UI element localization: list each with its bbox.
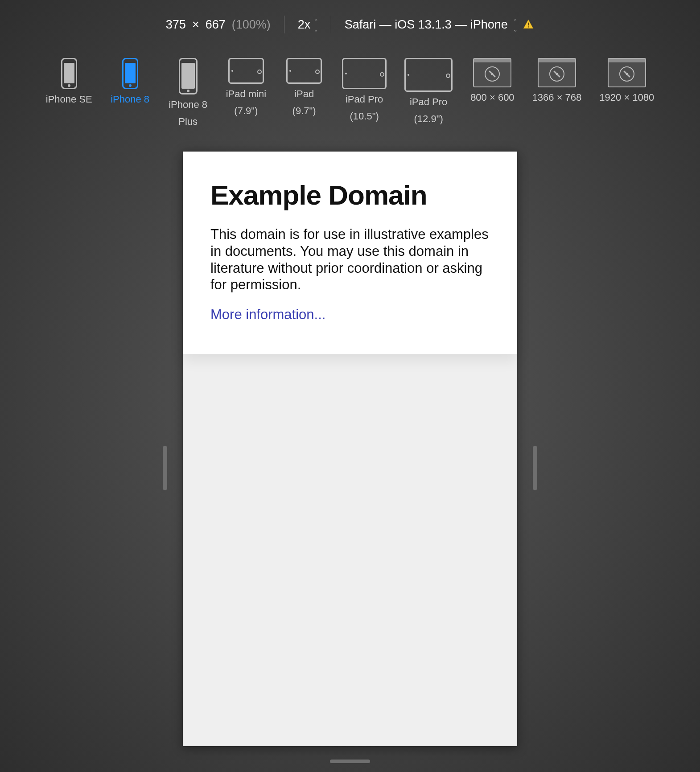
compass-icon [549, 66, 564, 82]
page-heading: Example Domain [210, 179, 490, 211]
user-agent-control[interactable]: Safari — iOS 13.1.3 — iPhone ˆˆ [345, 18, 535, 32]
page-content: Example Domain This domain is for use in… [183, 152, 517, 354]
phone-icon [179, 58, 198, 94]
device-preset[interactable]: iPhone 8Plus [168, 58, 208, 127]
device-picker: iPhone SEiPhone 8iPhone 8PlusiPad mini(7… [0, 58, 700, 127]
device-label: 1920 × 1080 [599, 92, 654, 103]
resize-handle-bottom[interactable] [330, 760, 370, 763]
compass-icon [619, 66, 634, 82]
device-label: iPad mini [226, 88, 266, 100]
browser-icon [538, 58, 576, 87]
svg-rect-1 [528, 26, 529, 27]
user-agent-label: Safari — iOS 13.1.3 — iPhone [345, 18, 508, 32]
device-label: iPhone 8 [111, 94, 149, 105]
device-label-sub: (12.9") [414, 113, 443, 125]
stepper-icon[interactable]: ˆˆ [514, 21, 516, 28]
device-preset[interactable]: 1366 × 768 [532, 58, 582, 103]
phone-icon [61, 58, 77, 89]
responsive-toolbar: 375 × 667 (100%) 2x ˆˆ Safari — iOS 13.1… [0, 0, 700, 49]
tablet-icon [286, 58, 322, 84]
device-preset[interactable]: iPhone SE [46, 58, 92, 105]
page-body: This domain is for use in illustrative e… [210, 226, 490, 293]
viewport-height[interactable]: 667 [206, 18, 226, 32]
tablet-icon [342, 58, 387, 89]
dimensions-control[interactable]: 375 × 667 (100%) [166, 18, 271, 32]
browser-icon [608, 58, 646, 87]
device-label: 800 × 600 [470, 92, 514, 103]
times-symbol: × [192, 18, 199, 32]
stepper-icon[interactable]: ˆˆ [315, 21, 317, 28]
device-label: iPhone SE [46, 94, 92, 105]
pixel-ratio-value: 2x [298, 18, 311, 32]
resize-handle-right[interactable] [533, 446, 537, 490]
compass-icon [485, 66, 500, 82]
separator [331, 16, 331, 33]
device-label-sub: (7.9") [234, 105, 258, 117]
svg-rect-0 [528, 23, 529, 26]
simulated-viewport[interactable]: Example Domain This domain is for use in… [183, 152, 517, 746]
device-preset[interactable]: 1920 × 1080 [599, 58, 654, 103]
device-preset[interactable]: iPad(9.7") [284, 58, 324, 117]
viewport-width[interactable]: 375 [166, 18, 186, 32]
device-label-sub: Plus [178, 116, 198, 127]
device-preset[interactable]: iPad mini(7.9") [226, 58, 266, 117]
phone-icon [122, 58, 138, 89]
device-label-sub: (9.7") [292, 105, 316, 117]
browser-icon [473, 58, 511, 87]
tablet-icon [404, 58, 453, 92]
device-label: iPad [294, 88, 314, 100]
device-preset[interactable]: iPhone 8 [110, 58, 150, 105]
device-label-sub: (10.5") [350, 111, 379, 122]
warning-icon[interactable] [523, 19, 534, 30]
device-label: iPhone 8 [169, 99, 207, 111]
device-label: iPad Pro [346, 94, 383, 105]
resize-handle-left[interactable] [163, 446, 167, 490]
more-info-link[interactable]: More information... [210, 307, 325, 322]
pixel-ratio-control[interactable]: 2x ˆˆ [298, 18, 317, 32]
device-preset[interactable]: 800 × 600 [470, 58, 514, 103]
device-preset[interactable]: iPad Pro(10.5") [342, 58, 387, 122]
zoom-percent: (100%) [232, 18, 271, 32]
device-label: iPad Pro [410, 96, 447, 108]
device-label: 1366 × 768 [532, 92, 582, 103]
device-preset[interactable]: iPad Pro(12.9") [404, 58, 453, 125]
tablet-icon [228, 58, 264, 84]
separator [284, 16, 284, 33]
